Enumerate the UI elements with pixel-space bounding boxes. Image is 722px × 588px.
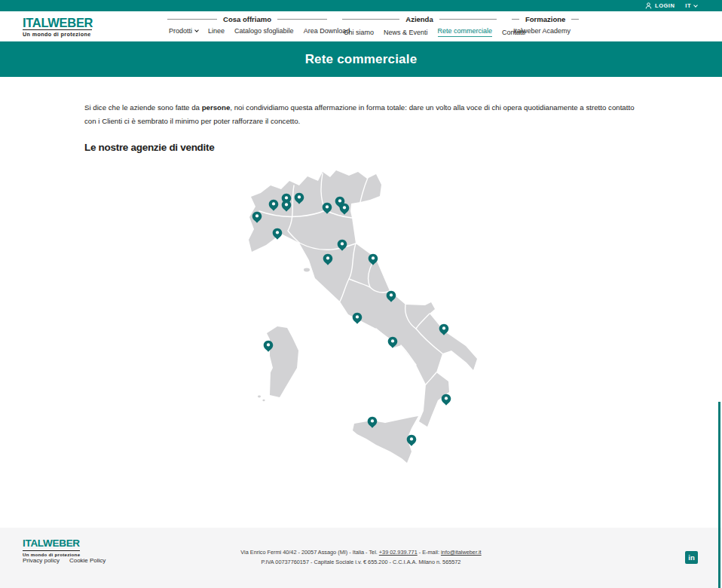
logo-wordmark: ITALWEBER [23, 17, 92, 29]
logo-tagline: Un mondo di protezione [23, 29, 92, 38]
nav-group-label: Cosa offriamo [223, 15, 271, 23]
nav-item-chi-siamo[interactable]: Chi siamo [344, 27, 374, 37]
nav-group-cosa-offriamo: Cosa offriamo Prodotti Linee Catalogo sf… [167, 15, 327, 37]
nav-group-label: Formazione [525, 15, 565, 23]
nav-item-catalogo-sfogliabile[interactable]: Catalogo sfogliabile [234, 27, 294, 35]
language-label: IT [685, 2, 691, 9]
footer-address-text: - E-mail: [418, 549, 441, 556]
user-icon [645, 2, 652, 9]
footer-address-line: Via Enrico Fermi 40/42 - 20057 Assago (M… [135, 547, 587, 557]
footer-address-text: Via Enrico Fermi 40/42 - 20057 Assago (M… [240, 549, 378, 556]
main-navigation: Cosa offriamo Prodotti Linee Catalogo sf… [167, 15, 572, 37]
page-title: Rete commerciale [305, 52, 418, 67]
page: LOGIN IT ITALWEBER Un mondo di protezion… [0, 0, 722, 588]
footer-info: Via Enrico Fermi 40/42 - 20057 Assago (M… [135, 547, 587, 567]
italy-map [247, 164, 491, 466]
divider-line [571, 19, 579, 20]
intro-text-bold: persone [202, 103, 231, 112]
chevron-down-icon [194, 28, 199, 32]
nav-group-formazione: Formazione Italweber Academy [512, 15, 572, 37]
divider-line [512, 19, 519, 20]
logo-tagline: Un mondo di protezione [23, 550, 80, 557]
map-pin[interactable] [353, 313, 363, 324]
sardinia [267, 326, 298, 397]
linkedin-icon[interactable]: in [685, 551, 698, 564]
header: ITALWEBER Un mondo di protezione Cosa of… [0, 11, 722, 41]
login-button[interactable]: LOGIN [645, 2, 675, 9]
italy-map-svg [247, 164, 491, 466]
nav-item-label: Prodotti [169, 27, 192, 35]
nav-item-linee[interactable]: Linee [208, 27, 225, 35]
divider-line [342, 19, 399, 20]
nav-item-rete-commerciale[interactable]: Rete commerciale [438, 27, 493, 37]
footer-logo[interactable]: ITALWEBER Un mondo di protezione [23, 537, 80, 557]
island-small [258, 396, 261, 398]
footer-company-line: P.IVA 00737760157 - Capitale Sociale i.v… [135, 557, 587, 567]
nav-items: Chi siamo News & Eventi Rete commerciale… [342, 27, 497, 37]
footer-links: Privacy policy Cookie Policy [23, 557, 106, 564]
logo-wordmark: ITALWEBER [23, 537, 80, 550]
nav-group-header: Azienda [342, 15, 497, 23]
nav-item-prodotti[interactable]: Prodotti [169, 27, 198, 35]
chevron-down-icon [693, 3, 698, 8]
email-link[interactable]: info@italweber.it [441, 549, 482, 556]
footer: ITALWEBER Un mondo di protezione Privacy… [0, 528, 722, 588]
divider-line [277, 19, 327, 20]
intro-text: Si dice che le aziende sono fatte da [84, 103, 202, 112]
intro-paragraph: Si dice che le aziende sono fatte da per… [84, 101, 636, 128]
hero-banner: Rete commerciale [0, 41, 722, 77]
section-heading: Le nostre agenzie di vendite [84, 142, 214, 153]
top-bar: LOGIN IT [0, 0, 722, 11]
phone-link[interactable]: +39 02.939.771 [379, 549, 418, 556]
island-elba [304, 268, 310, 272]
divider-line [439, 19, 497, 20]
nav-item-news-eventi[interactable]: News & Eventi [384, 27, 428, 37]
privacy-policy-link[interactable]: Privacy policy [23, 557, 60, 564]
nav-group-label: Azienda [405, 15, 433, 23]
nav-items: Italweber Academy [512, 27, 572, 35]
nav-group-header: Cosa offriamo [167, 15, 327, 23]
map-pin[interactable] [442, 394, 451, 406]
nav-item-italweber-academy[interactable]: Italweber Academy [513, 27, 571, 35]
language-selector[interactable]: IT [685, 2, 697, 9]
divider-line [167, 19, 217, 20]
nav-items: Prodotti Linee Catalogo sfogliabile Area… [167, 27, 327, 35]
logo[interactable]: ITALWEBER Un mondo di protezione [23, 17, 92, 38]
nav-group-azienda: Azienda Chi siamo News & Eventi Rete com… [342, 15, 497, 37]
cookie-policy-link[interactable]: Cookie Policy [69, 557, 106, 564]
login-label: LOGIN [655, 2, 675, 9]
scrollbar-thumb[interactable] [718, 402, 720, 588]
nav-group-header: Formazione [512, 15, 572, 23]
island-small [262, 400, 265, 401]
